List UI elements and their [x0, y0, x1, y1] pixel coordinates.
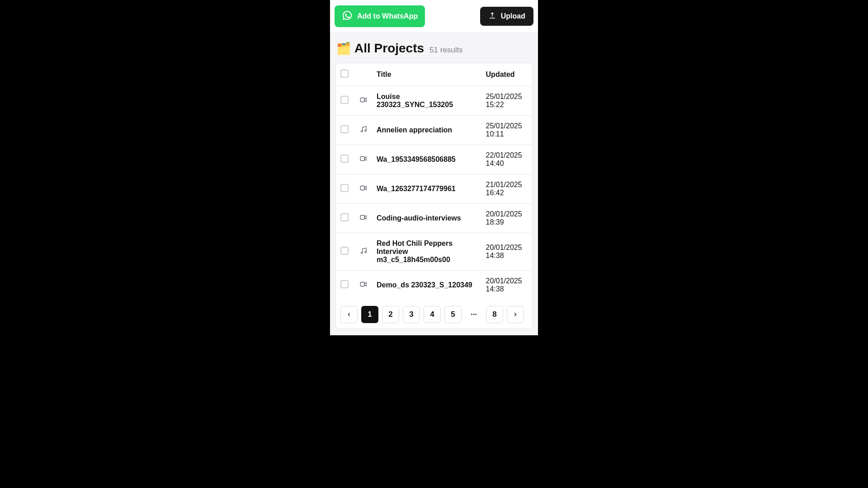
page-ellipsis: ···: [465, 306, 482, 323]
row-checkbox[interactable]: [340, 213, 349, 221]
page-1-button[interactable]: 1: [361, 306, 378, 323]
select-all-checkbox[interactable]: [340, 70, 349, 78]
table-row[interactable]: Wa_195334956850688522/01/202514:40: [336, 145, 532, 174]
table-row[interactable]: Annelien appreciation25/01/202510:11: [336, 116, 532, 145]
page-2-button[interactable]: 2: [382, 306, 399, 323]
row-checkbox[interactable]: [340, 96, 349, 104]
toolbar: Add to WhatsApp Upload: [330, 0, 538, 33]
svg-rect-3: [360, 157, 364, 161]
row-title: Red Hot Chili Peppers Interview m3_c5_18…: [372, 233, 481, 271]
table-row[interactable]: Coding-audio-interviews20/01/202518:39: [336, 204, 532, 233]
table-row[interactable]: Wa_126327717477996121/01/202516:42: [336, 174, 532, 204]
column-header-title[interactable]: Title: [372, 63, 481, 86]
projects-table: Title Updated Louise 230323_SYNC_1532052…: [336, 63, 532, 300]
svg-rect-0: [360, 98, 364, 102]
row-updated: 20/01/202514:38: [481, 233, 532, 271]
table-row[interactable]: Red Hot Chili Peppers Interview m3_c5_18…: [336, 233, 532, 271]
projects-table-card: Title Updated Louise 230323_SYNC_1532052…: [335, 63, 533, 329]
page-title-text: All Projects: [354, 41, 424, 56]
row-checkbox[interactable]: [340, 125, 349, 133]
row-updated: 20/01/202518:39: [481, 204, 532, 233]
content: 🗂️ All Projects 51 results Title Updated: [330, 33, 538, 335]
video-icon: [359, 186, 368, 193]
row-updated: 25/01/202515:22: [481, 86, 532, 116]
page-5-button[interactable]: 5: [444, 306, 462, 323]
row-title: Wa_1953349568506885: [372, 145, 481, 174]
app-frame: Add to WhatsApp Upload 🗂️ All Projects 5…: [330, 0, 538, 335]
video-icon: [359, 282, 368, 290]
page-prev-button[interactable]: [340, 306, 358, 323]
page-next-button[interactable]: [507, 306, 524, 323]
row-updated: 20/01/202514:38: [481, 271, 532, 300]
whatsapp-button-label: Add to WhatsApp: [357, 12, 418, 20]
row-title: Louise 230323_SYNC_153205: [372, 86, 481, 116]
video-icon: [359, 215, 368, 223]
audio-icon: [359, 127, 368, 135]
video-icon: [359, 98, 368, 105]
svg-point-7: [365, 251, 366, 253]
svg-point-1: [361, 131, 363, 132]
table-row[interactable]: Louise 230323_SYNC_15320525/01/202515:22: [336, 86, 532, 116]
column-header-updated[interactable]: Updated: [481, 63, 532, 86]
row-checkbox[interactable]: [340, 155, 349, 163]
folder-icon: 🗂️: [336, 42, 351, 54]
row-title: Demo_ds 230323_S_120349: [372, 271, 481, 300]
upload-button[interactable]: Upload: [480, 7, 533, 26]
row-title: Coding-audio-interviews: [372, 204, 481, 233]
svg-rect-4: [360, 186, 364, 190]
row-title: Annelien appreciation: [372, 116, 481, 145]
svg-rect-5: [360, 216, 364, 220]
heading-row: 🗂️ All Projects 51 results: [335, 41, 533, 56]
page-3-button[interactable]: 3: [403, 306, 420, 323]
page-4-button[interactable]: 4: [424, 306, 441, 323]
whatsapp-icon: [342, 10, 353, 23]
row-checkbox[interactable]: [340, 184, 349, 192]
upload-icon: [488, 11, 496, 21]
pagination: 12345···8: [336, 300, 532, 328]
audio-icon: [359, 249, 368, 256]
svg-rect-8: [360, 282, 364, 286]
results-count: 51 results: [429, 46, 463, 55]
row-updated: 25/01/202510:11: [481, 116, 532, 145]
video-icon: [359, 156, 368, 164]
svg-point-6: [361, 252, 363, 253]
page-title: 🗂️ All Projects: [336, 41, 424, 56]
upload-button-label: Upload: [501, 12, 525, 20]
row-updated: 22/01/202514:40: [481, 145, 532, 174]
row-updated: 21/01/202516:42: [481, 174, 532, 204]
svg-point-2: [365, 130, 366, 131]
row-checkbox[interactable]: [340, 280, 349, 288]
row-checkbox[interactable]: [340, 247, 349, 255]
page-8-button[interactable]: 8: [486, 306, 503, 323]
table-row[interactable]: Demo_ds 230323_S_12034920/01/202514:38: [336, 271, 532, 300]
add-to-whatsapp-button[interactable]: Add to WhatsApp: [335, 5, 425, 27]
row-title: Wa_1263277174779961: [372, 174, 481, 204]
